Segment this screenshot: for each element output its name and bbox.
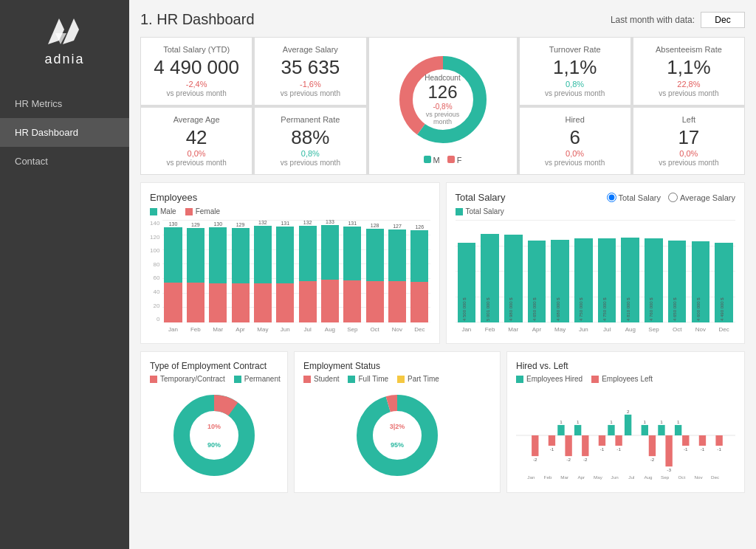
- absenteeism-sub: vs previous month: [659, 89, 718, 97]
- hired-value: 6: [569, 127, 580, 148]
- svg-text:Jan: Jan: [527, 474, 535, 480]
- employees-bars: 130Jan129Feb130Mar129Apr132May131Jun132J…: [162, 220, 430, 334]
- total-salary-legend: Total Salary: [456, 207, 736, 215]
- svg-text:May: May: [594, 474, 603, 480]
- employment-donut-label: 3|2% 95%: [390, 423, 405, 449]
- male-legend-item: Male: [150, 207, 176, 215]
- total-salary-legend-box: [456, 208, 463, 215]
- total-salary-label: Total Salary (YTD): [163, 45, 230, 54]
- employment-status-donut: 3|2% 95%: [353, 391, 441, 480]
- salary-bar-group-nov: 4 600 000 $Nov: [690, 241, 712, 322]
- left-value: 17: [678, 127, 699, 148]
- hired-legend: Employees Hired: [516, 375, 583, 383]
- male-legend-label: Male: [160, 207, 176, 215]
- employees-chart-area: 140120100806040200 130Jan129: [150, 220, 430, 334]
- left-label: Left: [682, 115, 695, 124]
- employment-status-title: Employment Status: [303, 361, 491, 371]
- logo-text: adnia: [44, 52, 84, 67]
- salary-bars: 4 500 000 $Jan5 001 000 $Feb4 980 000 $M…: [456, 220, 736, 334]
- left-sub: vs previous month: [659, 159, 718, 167]
- total-salary-chart-title: Total Salary Total Salary Average Salary: [456, 192, 736, 203]
- svg-rect-54: [699, 435, 706, 446]
- turnover-sub: vs previous month: [545, 89, 605, 97]
- kpi-grid: Total Salary (YTD) 4 490 000 -2,4% vs pr…: [140, 37, 745, 175]
- svg-text:-2: -2: [650, 457, 655, 462]
- avg-salary-radio[interactable]: Average Salary: [668, 193, 735, 202]
- hired-left-chart-area: -2Jan-1Feb1-2Mar1-2Apr-1May1-1Jun2Jul1-2…: [516, 387, 735, 483]
- salary-bar-group-mar: 4 980 000 $Mar: [502, 235, 525, 322]
- svg-text:Dec: Dec: [711, 474, 719, 480]
- kpi-turnover: Turnover Rate 1,1% 0,8% vs previous mont…: [520, 38, 630, 105]
- contract-title: Type of Employment Contract: [150, 361, 278, 371]
- svg-text:1: 1: [577, 420, 580, 425]
- kpi-absenteeism: Absenteeism Rate 1,1% 22,8% vs previous …: [633, 38, 744, 105]
- svg-rect-41: [649, 435, 656, 456]
- svg-rect-20: [565, 435, 571, 456]
- logo-area: adnia: [44, 15, 85, 67]
- total-salary-chart-area: 4 500 000 $Jan5 001 000 $Feb4 980 000 $M…: [456, 220, 736, 334]
- svg-rect-44: [658, 425, 664, 435]
- svg-text:1: 1: [560, 420, 563, 425]
- last-month-area: Last month with data:: [611, 12, 745, 28]
- svg-text:Jun: Jun: [611, 474, 619, 480]
- student-legend-box: [303, 376, 311, 383]
- total-salary-value: 4 490 000: [154, 57, 239, 78]
- emp-bar-group-dec: 126Dec: [409, 224, 430, 322]
- total-salary-change: -2,4%: [186, 80, 207, 89]
- headcount-center: Headcount 126 -0,8% vs previous month: [417, 74, 469, 125]
- contract-donut-area: 10% 90%: [150, 387, 278, 483]
- svg-text:1: 1: [644, 420, 647, 425]
- avg-age-value: 42: [186, 127, 207, 148]
- emp-bar-group-aug: 133Aug: [320, 219, 340, 322]
- svg-text:Sep: Sep: [661, 474, 670, 480]
- turnover-change: 0,8%: [566, 80, 584, 89]
- salary-bar-group-apr: 4 650 000 $Apr: [526, 241, 549, 323]
- absenteeism-value: 1,1%: [667, 57, 710, 78]
- employees-chart: Employees Male Female 140120100806040200: [140, 182, 440, 344]
- kpi-total-salary: Total Salary (YTD) 4 490 000 -2,4% vs pr…: [141, 38, 252, 105]
- svg-rect-28: [599, 435, 605, 446]
- kpi-hired: Hired 6 0,0% vs previous month: [520, 108, 630, 175]
- employment-status-chart: Employment Status Student Full Time Part…: [294, 351, 501, 493]
- emp-bar-group-apr: 129Apr: [230, 222, 250, 322]
- headcount-legend: M F: [424, 156, 462, 165]
- student-legend: Student: [303, 375, 339, 383]
- hired-change: 0,0%: [566, 149, 584, 158]
- emp-bar-group-feb: 129Feb: [185, 222, 206, 322]
- total-salary-radio[interactable]: Total Salary: [607, 193, 661, 202]
- last-month-input[interactable]: [701, 12, 745, 28]
- svg-text:-2: -2: [566, 457, 571, 462]
- temp-legend: Temporary/Contract: [150, 375, 225, 383]
- sidebar-item-hr-dashboard[interactable]: HR Dashboard: [0, 118, 129, 147]
- svg-text:-2: -2: [583, 457, 588, 462]
- svg-text:Feb: Feb: [544, 474, 552, 480]
- salary-bar-group-aug: 4 810 000 $Aug: [619, 238, 642, 322]
- headcount-center-change: -0,8%: [417, 103, 469, 111]
- svg-rect-25: [582, 435, 588, 456]
- svg-text:1: 1: [610, 420, 613, 425]
- sidebar-item-hr-metrics[interactable]: HR Metrics: [0, 89, 129, 118]
- employment-status-legend: Student Full Time Part Time: [303, 375, 491, 383]
- male-legend: M: [424, 156, 440, 165]
- headcount-center-label: Headcount: [417, 74, 469, 82]
- permanent-rate-sub: vs previous month: [281, 159, 340, 167]
- svg-text:2: 2: [627, 409, 630, 414]
- headcount-center-value: 126: [417, 82, 469, 103]
- permanent-rate-value: 88%: [291, 127, 329, 148]
- svg-rect-39: [642, 425, 648, 435]
- page-title: 1. HR Dashboard: [140, 11, 255, 28]
- salary-bar-group-jan: 4 500 000 $Jan: [456, 243, 478, 322]
- avg-age-change: 0,0%: [188, 149, 206, 158]
- sidebar-item-contact[interactable]: Contact: [0, 147, 129, 176]
- emp-bar-group-may: 132May: [252, 220, 273, 322]
- contract-donut-labels: 10% 90%: [207, 423, 221, 449]
- total-salary-chart: Total Salary Total Salary Average Salary…: [446, 182, 746, 344]
- adnia-logo-icon: [44, 15, 85, 48]
- header: 1. HR Dashboard Last month with data:: [140, 11, 745, 28]
- student-legend-label: Student: [314, 375, 339, 383]
- left-legend: Employees Left: [591, 375, 653, 383]
- turnover-value: 1,1%: [553, 57, 597, 78]
- svg-text:1: 1: [660, 420, 663, 425]
- left-change: 0,0%: [679, 149, 698, 158]
- turnover-label: Turnover Rate: [549, 45, 601, 54]
